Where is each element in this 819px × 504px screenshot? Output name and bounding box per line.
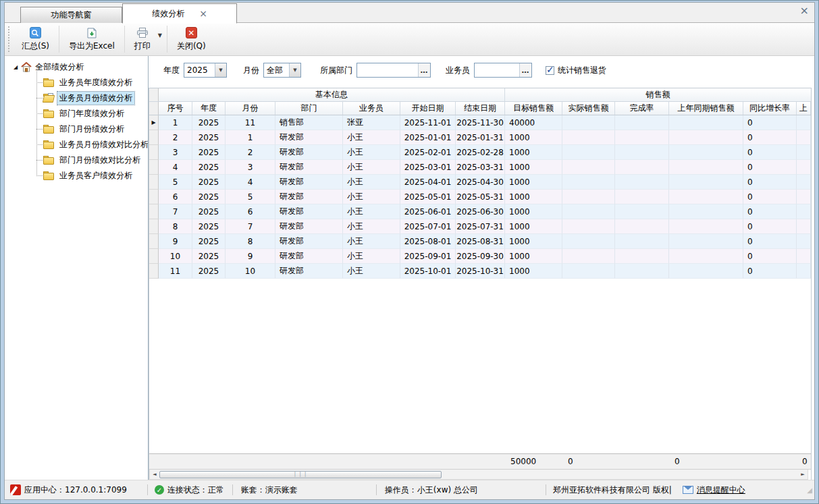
table-cell[interactable]: 2025-03-31 <box>456 160 505 175</box>
table-cell[interactable]: 1 <box>226 130 275 145</box>
table-cell[interactable] <box>615 160 669 175</box>
table-cell[interactable]: 研发部 <box>275 145 343 160</box>
chevron-down-icon[interactable]: ▼ <box>289 63 300 77</box>
table-cell[interactable]: 研发部 <box>275 130 343 145</box>
column-header-6[interactable]: 结束日期 <box>456 102 505 115</box>
ellipsis-lookup-icon[interactable]: … <box>418 63 430 77</box>
table-cell[interactable]: 1000 <box>505 160 562 175</box>
table-cell[interactable]: 2025-02-01 <box>400 145 456 160</box>
table-cell[interactable]: 0 <box>743 204 797 219</box>
table-cell[interactable]: 11 <box>226 115 275 130</box>
table-cell[interactable] <box>669 234 743 249</box>
table-cell[interactable]: 研发部 <box>275 160 343 175</box>
table-cell[interactable]: 10 <box>159 249 192 264</box>
table-cell[interactable] <box>562 115 615 130</box>
table-cell[interactable] <box>669 204 743 219</box>
table-cell[interactable]: 1000 <box>505 219 562 234</box>
table-row[interactable]: 920258研发部小王2025-08-012025-08-3110000 <box>149 234 811 249</box>
table-cell[interactable]: 9 <box>226 249 275 264</box>
table-cell[interactable] <box>797 175 811 190</box>
table-cell[interactable]: 1000 <box>505 234 562 249</box>
table-cell[interactable]: 5 <box>226 190 275 204</box>
table-cell[interactable]: 2025-01-01 <box>400 130 456 145</box>
table-cell[interactable]: 2025-08-31 <box>456 234 505 249</box>
table-cell[interactable]: 8 <box>226 234 275 249</box>
table-cell[interactable]: 4 <box>159 160 192 175</box>
table-cell[interactable] <box>797 115 811 130</box>
table-cell[interactable] <box>562 264 615 279</box>
table-cell[interactable]: 2025-04-30 <box>456 175 505 190</box>
table-cell[interactable] <box>669 219 743 234</box>
table-cell[interactable] <box>615 264 669 279</box>
table-cell[interactable] <box>669 160 743 175</box>
table-cell[interactable]: 6 <box>159 190 192 204</box>
table-row[interactable]: 220251研发部小王2025-01-012025-01-3110000 <box>149 130 811 145</box>
table-cell[interactable]: 2025-04-01 <box>400 175 456 190</box>
table-cell[interactable]: 2025 <box>192 234 226 249</box>
tree-item-6[interactable]: 业务员客户绩效分析 <box>5 168 148 184</box>
year-combobox[interactable]: 2025 ▼ <box>184 63 227 78</box>
table-cell[interactable]: 11 <box>159 264 192 279</box>
table-cell[interactable] <box>669 115 743 130</box>
table-cell[interactable] <box>797 264 811 279</box>
column-header-7[interactable]: 目标销售额 <box>505 102 562 115</box>
export-excel-button[interactable]: 导出为Excel <box>61 23 122 55</box>
table-cell[interactable]: 小王 <box>343 234 400 249</box>
table-cell[interactable] <box>797 234 811 249</box>
tree-item-5[interactable]: 部门月份绩效对比分析 <box>5 152 148 168</box>
message-center-link[interactable]: 消息提醒中心 <box>683 484 745 496</box>
month-combobox[interactable]: 全部 ▼ <box>263 63 301 78</box>
table-cell[interactable]: 0 <box>743 145 797 160</box>
summarize-button[interactable]: 汇总(S) <box>14 23 57 55</box>
table-cell[interactable]: 研发部 <box>275 219 343 234</box>
table-cell[interactable]: 小王 <box>343 264 400 279</box>
table-row[interactable]: 420253研发部小王2025-03-012025-03-3110000 <box>149 160 811 175</box>
table-cell[interactable] <box>797 160 811 175</box>
table-cell[interactable] <box>797 145 811 160</box>
table-cell[interactable] <box>562 130 615 145</box>
table-cell[interactable]: 小王 <box>343 160 400 175</box>
table-cell[interactable] <box>562 234 615 249</box>
table-cell[interactable]: 2025 <box>192 115 226 130</box>
table-cell[interactable] <box>615 234 669 249</box>
table-cell[interactable]: 0 <box>743 234 797 249</box>
column-header-11[interactable]: 同比增长率 <box>743 102 797 115</box>
table-cell[interactable]: 2025 <box>192 175 226 190</box>
table-cell[interactable]: 张亚 <box>343 115 400 130</box>
table-cell[interactable] <box>615 190 669 204</box>
table-cell[interactable] <box>562 219 615 234</box>
column-header-8[interactable]: 实际销售额 <box>562 102 615 115</box>
table-cell[interactable]: 小王 <box>343 175 400 190</box>
table-row[interactable]: 520254研发部小王2025-04-012025-04-3010000 <box>149 175 811 190</box>
table-cell[interactable]: 0 <box>743 249 797 264</box>
column-header-3[interactable]: 部门 <box>275 102 343 115</box>
horizontal-scrollbar[interactable]: ◄ ❘❘❘ ► <box>149 470 808 480</box>
table-cell[interactable] <box>615 204 669 219</box>
table-cell[interactable]: 小王 <box>343 204 400 219</box>
table-cell[interactable] <box>797 219 811 234</box>
table-cell[interactable] <box>615 249 669 264</box>
column-header-12[interactable]: 上 <box>797 102 811 115</box>
table-cell[interactable]: 10 <box>226 264 275 279</box>
table-cell[interactable] <box>669 175 743 190</box>
table-cell[interactable] <box>669 190 743 204</box>
table-cell[interactable]: 0 <box>743 190 797 204</box>
table-cell[interactable]: 2025-09-01 <box>400 249 456 264</box>
tab-function-nav[interactable]: 功能导航窗 <box>20 7 122 23</box>
table-cell[interactable]: 2025-01-31 <box>456 130 505 145</box>
table-cell[interactable]: 2025 <box>192 249 226 264</box>
table-cell[interactable]: 2025-06-30 <box>456 204 505 219</box>
table-cell[interactable]: 1 <box>159 115 192 130</box>
table-cell[interactable]: 5 <box>159 175 192 190</box>
table-cell[interactable]: 3 <box>159 145 192 160</box>
table-cell[interactable]: 研发部 <box>275 234 343 249</box>
tree-item-1[interactable]: 业务员月份绩效分析 <box>5 90 148 106</box>
column-header-0[interactable]: 序号 <box>159 102 192 115</box>
table-cell[interactable]: 2025-02-28 <box>456 145 505 160</box>
tree-item-2[interactable]: 部门年度绩效分析 <box>5 106 148 121</box>
scroll-right-icon[interactable]: ► <box>798 472 808 477</box>
table-cell[interactable]: 2025-05-31 <box>456 190 505 204</box>
table-cell[interactable]: 2025 <box>192 190 226 204</box>
table-row[interactable]: 11202510研发部小王2025-10-012025-10-3110000 <box>149 264 811 279</box>
table-cell[interactable]: 2025-07-01 <box>400 219 456 234</box>
